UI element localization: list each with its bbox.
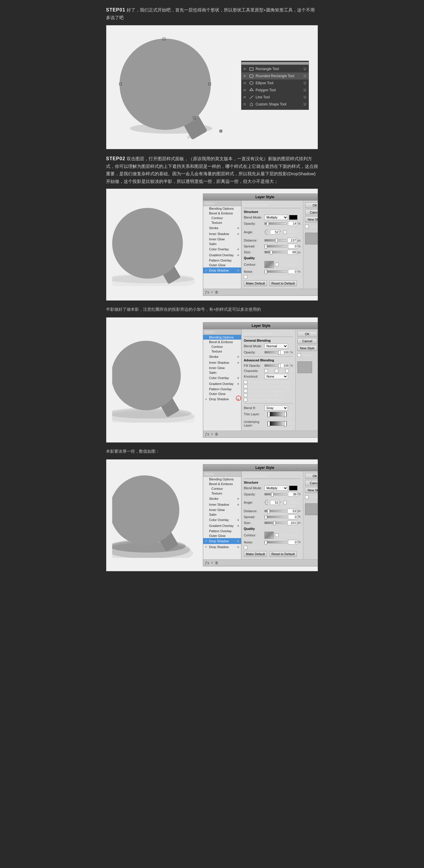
cancel-btn-1[interactable]: Cancel bbox=[305, 209, 318, 215]
size-input-3[interactable] bbox=[287, 521, 297, 525]
style-bevel-1[interactable]: Bevel & Emboss bbox=[203, 211, 241, 216]
shadow-color-1[interactable] bbox=[289, 215, 297, 220]
preview-cb-2[interactable] bbox=[297, 353, 301, 357]
blend-mode-select-1[interactable]: Multiply bbox=[264, 215, 288, 220]
style-bevel-2[interactable]: Bevel & Emboss bbox=[203, 340, 241, 344]
opacity-input-3[interactable] bbox=[288, 492, 297, 497]
preview-cb-3[interactable] bbox=[305, 495, 308, 499]
new-style-btn-1[interactable]: New Style bbox=[305, 216, 318, 222]
opacity-input-1[interactable] bbox=[288, 221, 297, 226]
style-contour-1[interactable]: Contour bbox=[203, 216, 241, 220]
fill-opacity-slider[interactable] bbox=[264, 364, 279, 367]
preview-cb-1[interactable] bbox=[305, 225, 308, 228]
style-stroke-3[interactable]: Stroke + bbox=[203, 496, 241, 502]
style-bevel-3[interactable]: Bevel & Emboss bbox=[203, 482, 241, 486]
style-satin-2[interactable]: Satin bbox=[203, 370, 241, 375]
style-drop-shadow-2[interactable]: Drop Shadow + bbox=[203, 396, 241, 402]
blend-mode-select-2[interactable]: Normal bbox=[264, 343, 288, 349]
style-satin-3[interactable]: Satin bbox=[203, 512, 241, 517]
style-inner-glow-3[interactable]: Inner Glow bbox=[203, 507, 241, 512]
style-drop-shadow-active-3[interactable]: Drop Shadow + bbox=[203, 538, 241, 544]
anti-alias-cb-3[interactable] bbox=[275, 533, 279, 537]
anti-alias-cb-1[interactable] bbox=[275, 263, 279, 266]
transparency-shapes-cb[interactable] bbox=[244, 389, 247, 393]
angle-dial-3[interactable] bbox=[264, 499, 268, 505]
angle-input-3[interactable] bbox=[270, 500, 280, 505]
style-pattern-overlay-2[interactable]: Pattern Overlay bbox=[203, 387, 241, 392]
new-style-btn-2[interactable]: New Style bbox=[297, 345, 317, 351]
style-satin-1[interactable]: Satin bbox=[203, 242, 241, 246]
fill-opacity-input[interactable] bbox=[280, 363, 290, 368]
size-input-1[interactable] bbox=[287, 250, 297, 254]
style-texture-2[interactable]: Texture bbox=[203, 349, 241, 354]
opacity-input-2[interactable] bbox=[280, 350, 290, 354]
opacity-slider-2[interactable] bbox=[264, 351, 279, 353]
layer-knocks-cb-1[interactable] bbox=[244, 275, 247, 279]
menu-item-line[interactable]: Line Tool U bbox=[241, 94, 308, 101]
distance-slider-3[interactable] bbox=[264, 510, 286, 512]
style-outer-glow-2[interactable]: Outer Glow bbox=[203, 392, 241, 396]
global-light-cb-3[interactable] bbox=[284, 501, 287, 504]
style-color-overlay-2[interactable]: Color Overlay + bbox=[203, 375, 241, 381]
knockout-select[interactable]: None bbox=[264, 374, 288, 379]
distance-slider-1[interactable] bbox=[264, 239, 286, 242]
noise-input-1[interactable] bbox=[288, 269, 297, 274]
channel-r-cb[interactable] bbox=[264, 369, 268, 373]
style-inner-shadow-3[interactable]: Inner Shadow + bbox=[203, 502, 241, 507]
style-gradient-overlay-1[interactable]: Gradient Overlay + bbox=[203, 252, 241, 258]
ok-btn-3[interactable]: OK bbox=[305, 473, 318, 479]
spread-slider-1[interactable] bbox=[264, 245, 287, 247]
layer-knocks-cb-3[interactable] bbox=[244, 546, 247, 549]
style-inner-glow-1[interactable]: Inner Glow bbox=[203, 237, 241, 242]
opacity-slider-3[interactable] bbox=[264, 493, 287, 495]
menu-item-rectangle[interactable]: Rectangle Tool U bbox=[241, 65, 308, 72]
opacity-slider-1[interactable] bbox=[264, 222, 287, 225]
menu-item-custom-shape[interactable]: Custom Shape Tool U bbox=[241, 101, 308, 108]
new-style-btn-3[interactable]: New Style bbox=[305, 487, 318, 493]
vector-mask-cb[interactable] bbox=[244, 398, 247, 401]
style-gradient-overlay-2[interactable]: Gradient Overlay + bbox=[203, 381, 241, 387]
menu-item-polygon[interactable]: Polygon Tool U bbox=[241, 87, 308, 94]
style-texture-1[interactable]: Texture bbox=[203, 220, 241, 225]
style-inner-shadow-1[interactable]: Inner Shadow + bbox=[203, 231, 241, 237]
style-color-overlay-3[interactable]: Color Overlay + bbox=[203, 517, 241, 523]
spread-input-1[interactable] bbox=[288, 244, 297, 249]
style-blending-1[interactable]: Blending Options bbox=[203, 206, 241, 211]
layer-mask-cb[interactable] bbox=[244, 394, 247, 397]
contour-preview-3[interactable] bbox=[264, 532, 274, 539]
menu-item-rounded-rect[interactable]: Rounded Rectangle Tool U bbox=[241, 72, 308, 80]
blend-clipped-cb[interactable] bbox=[244, 385, 247, 388]
menu-item-ellipse[interactable]: Ellipse Tool U bbox=[241, 80, 308, 87]
make-default-btn-1[interactable]: Make Default bbox=[244, 280, 267, 286]
style-drop-shadow-2-3[interactable]: Drop Shadow + bbox=[203, 544, 241, 550]
size-slider-3[interactable] bbox=[264, 522, 286, 524]
style-blending-3[interactable]: Blending Options bbox=[203, 477, 241, 482]
style-texture-3[interactable]: Texture bbox=[203, 491, 241, 496]
channel-g-cb[interactable] bbox=[275, 369, 278, 373]
reset-default-btn-1[interactable]: Reset to Default bbox=[269, 280, 297, 286]
blend-mode-select-3[interactable]: Multiply bbox=[264, 486, 288, 491]
style-inner-shadow-2[interactable]: Inner Shadow + bbox=[203, 360, 241, 366]
spread-input-3[interactable] bbox=[288, 515, 297, 519]
size-slider-1[interactable] bbox=[264, 251, 286, 253]
spread-slider-3[interactable] bbox=[264, 516, 287, 518]
noise-input-3[interactable] bbox=[288, 540, 297, 545]
cancel-btn-2[interactable]: Cancel bbox=[297, 338, 317, 344]
underlying-layer-bar[interactable] bbox=[267, 421, 287, 426]
reset-default-btn-3[interactable]: Reset to Default bbox=[269, 551, 297, 557]
make-default-btn-3[interactable]: Make Default bbox=[244, 551, 267, 557]
noise-slider-3[interactable] bbox=[264, 541, 287, 544]
style-color-overlay-1[interactable]: Color Overlay + bbox=[203, 246, 241, 252]
contour-preview-1[interactable] bbox=[264, 261, 274, 268]
this-layer-bar[interactable] bbox=[267, 412, 287, 416]
style-pattern-overlay-1[interactable]: Pattern Overlay bbox=[203, 258, 241, 263]
style-drop-shadow-active-1[interactable]: Drop Shadow + bbox=[203, 268, 241, 273]
style-stroke-1[interactable]: Stroke + bbox=[203, 225, 241, 231]
shadow-color-3[interactable] bbox=[289, 486, 297, 490]
ok-btn-2[interactable]: OK bbox=[297, 331, 317, 337]
noise-slider-1[interactable] bbox=[264, 270, 287, 273]
cancel-btn-3[interactable]: Cancel bbox=[305, 480, 318, 486]
angle-dial-1[interactable] bbox=[264, 229, 268, 235]
blend-interior-cb[interactable] bbox=[244, 380, 247, 384]
style-blending-2[interactable]: Blending Options bbox=[203, 335, 241, 340]
